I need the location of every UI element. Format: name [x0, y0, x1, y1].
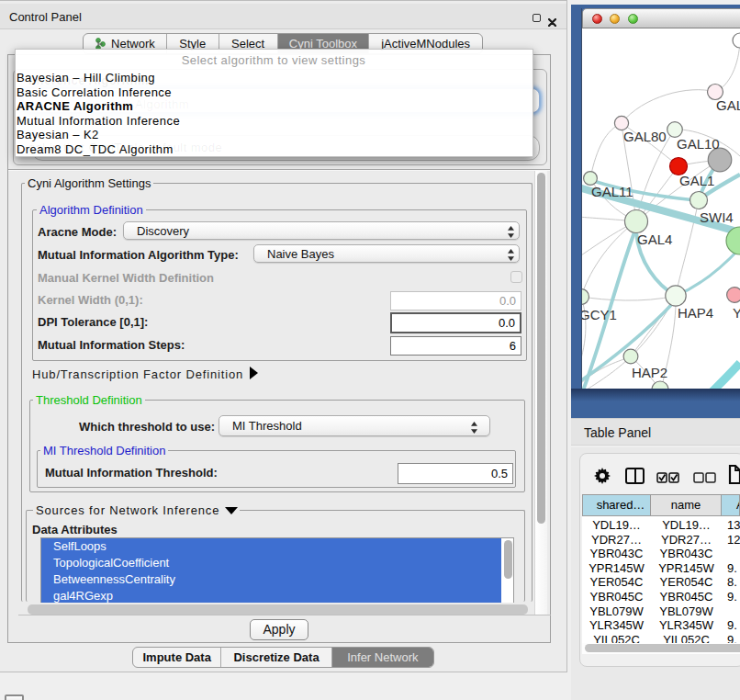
svg-text:GAL80: GAL80 [623, 129, 667, 144]
svg-text:GCY1: GCY1 [582, 307, 617, 322]
svg-text:HAP2: HAP2 [632, 365, 667, 380]
svg-text:Y: Y [733, 305, 740, 321]
svg-text:GAL10: GAL10 [677, 136, 720, 152]
svg-text:GAL4: GAL4 [637, 231, 672, 247]
svg-text:GAL11: GAL11 [591, 184, 633, 199]
svg-text:SWI4: SWI4 [700, 209, 734, 225]
svg-text:GAL1: GAL1 [679, 173, 714, 188]
svg-text:GAL: GAL [716, 97, 740, 113]
svg-text:HAP4: HAP4 [678, 305, 713, 321]
